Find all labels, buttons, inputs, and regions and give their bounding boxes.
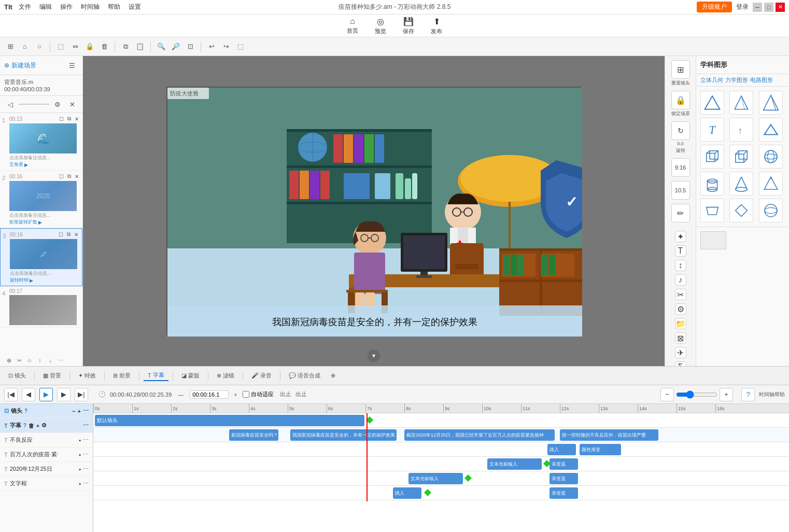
home-button[interactable]: ⌂ 首页 [347, 17, 358, 35]
tl-lens-icon[interactable]: ⊡ [4, 408, 9, 414]
clip-dec-text[interactable]: 文本光标输入 [408, 473, 463, 484]
save-button[interactable]: 💾 保存 [403, 17, 414, 35]
minimize-button[interactable]: ─ [753, 3, 762, 12]
shape-cone[interactable] [729, 172, 753, 195]
shape-sphere[interactable] [759, 145, 783, 169]
shape-flat-pyramid[interactable] [759, 118, 783, 142]
menu-timeline[interactable]: 时间轴 [81, 3, 100, 11]
close-button[interactable]: ✕ [776, 3, 785, 12]
clip-textbox-change[interactable]: 亲变遥 [550, 487, 578, 499]
edit-tool[interactable]: ✏ [671, 204, 690, 222]
tool-flip-h[interactable]: ⇔ [69, 40, 81, 53]
side-icon-5[interactable]: ✂ [675, 289, 686, 300]
shapes-cat-solid[interactable]: 立体几何 [700, 76, 723, 84]
track-million-more[interactable]: ⋯ [83, 451, 89, 458]
side-icon-8[interactable]: ⊠ [675, 332, 686, 344]
tl-tab-tts[interactable]: 💬 语音合成 [285, 371, 325, 381]
preview-button[interactable]: ◎ 预览 [375, 17, 386, 35]
scene-2-del[interactable]: ✕ [73, 173, 80, 180]
tl-tab-record[interactable]: 🎤 录音 [247, 371, 276, 381]
shape-letter-t[interactable]: T [700, 118, 724, 142]
side-icon-4[interactable]: ♪ [675, 274, 686, 286]
tl-help-btn[interactable]: ? [741, 388, 755, 401]
side-icon-10[interactable]: Σ [675, 361, 686, 366]
track-million-dot[interactable]: • [79, 452, 81, 458]
tl-tab-bg[interactable]: ▦ 背景 [39, 371, 65, 381]
tl-tab-mask[interactable]: ◪ 蒙版 [177, 371, 204, 381]
menu-edit[interactable]: 编辑 [39, 3, 52, 11]
tl-prev-frame[interactable]: |◀ [4, 388, 18, 401]
scene-1-check[interactable]: ☐ [58, 115, 65, 122]
play-icon-1[interactable]: ▶ [24, 162, 28, 167]
track-dec-more[interactable]: ⋯ [83, 466, 89, 472]
scene-item-1[interactable]: 1 00:13 ☐ ⧉ ✕ 🌊 点击添加备注信息... [0, 113, 82, 171]
tool-circle[interactable]: ○ [33, 40, 46, 53]
tool-paste[interactable]: 📋 [134, 40, 146, 53]
track-reaction-dot[interactable]: • [79, 437, 81, 443]
shape-cube[interactable] [729, 145, 753, 169]
tl-subtitle-icon[interactable]: T [4, 423, 8, 429]
tl-tab-subtitle[interactable]: T 字幕 [144, 370, 168, 381]
tl-lens-help[interactable]: ? [24, 408, 27, 414]
tool-redo[interactable]: ↪ [220, 40, 232, 53]
scene-up-btn[interactable]: ↑ [35, 356, 45, 365]
tl-zoom-slider[interactable] [676, 390, 717, 399]
clip-lens-default[interactable]: 默认镜头 [95, 415, 364, 426]
play-icon-2[interactable]: ▶ [38, 220, 42, 225]
clip-sub-safe-a[interactable]: 我国新冠病毒疫苗是安全的，并有一定的保护效果 [290, 429, 397, 441]
shape-pyramid-right[interactable] [729, 91, 753, 115]
tl-step-back[interactable]: ◀ [22, 388, 35, 401]
tl-subtitle-del[interactable]: 🗑 [29, 423, 34, 429]
tl-tab-lens[interactable]: ⊡ 镜头 [4, 371, 30, 381]
clip-million-text[interactable]: 文本光标输入 [487, 458, 542, 470]
tl-next-frame[interactable]: ▶| [75, 388, 88, 401]
tl-subtitle-help[interactable]: ? [23, 423, 26, 428]
scene-1-copy[interactable]: ⧉ [65, 115, 73, 122]
lock-scene-tool[interactable]: 🔒 锁定场景 [671, 91, 690, 117]
tl-playhead-input[interactable] [190, 390, 229, 399]
clip-reaction-color[interactable]: 颜色渐变 [580, 444, 621, 455]
shapes-cat-circuit[interactable]: 电路图形 [750, 76, 773, 84]
maximize-button[interactable]: □ [764, 3, 773, 12]
side-icon-1[interactable]: ✦ [675, 231, 686, 242]
shape-prism[interactable] [759, 172, 783, 195]
scene-2-copy[interactable]: ⧉ [65, 173, 73, 180]
tl-subtitle-settings[interactable]: ⚙ [41, 422, 47, 429]
track-dec-dot[interactable]: • [79, 466, 81, 472]
tool-delete[interactable]: 🗑 [98, 40, 110, 53]
scene-star-btn[interactable]: ☆ [25, 356, 34, 365]
audio-settings[interactable]: ⚙ [51, 98, 64, 110]
menu-file[interactable]: 文件 [19, 3, 31, 11]
expand-timeline-btn[interactable]: ▾ [368, 349, 380, 362]
login-button[interactable]: 登录 [736, 3, 749, 11]
shape-arrow-down[interactable]: ↑ [729, 118, 753, 142]
play-icon-3[interactable]: ▶ [30, 278, 33, 283]
tl-tab-foreground[interactable]: ⊞ 前景 [109, 371, 135, 381]
menu-help[interactable]: 帮助 [108, 3, 120, 11]
reset-camera-tool[interactable]: ⊞ 重置镜头 [671, 60, 690, 87]
tool-home[interactable]: ⌂ [19, 40, 31, 53]
tl-zoom-out-btn[interactable]: − [660, 388, 674, 401]
side-icon-6[interactable]: ⚙ [675, 303, 686, 315]
scene-add-btn[interactable]: ⊕ [4, 356, 13, 365]
tool-lock[interactable]: 🔒 [83, 40, 96, 53]
clip-million-change[interactable]: 亲变遥 [550, 458, 578, 470]
tl-play-btn[interactable]: ▶ [39, 388, 53, 401]
shape-sphere2[interactable] [759, 199, 783, 222]
rotate-tool[interactable]: ↻ 0.0 旋转 [671, 121, 690, 154]
tool-undo[interactable]: ↩ [205, 40, 218, 53]
tl-auto-adapt-check[interactable] [243, 391, 249, 398]
scene-down-btn[interactable]: ↓ [46, 356, 55, 365]
scene-2-check[interactable]: ☐ [58, 173, 65, 180]
menu-operate[interactable]: 操作 [60, 3, 73, 11]
clip-sub-dec25[interactable]: 截至2020年12月25日，我国已经开展了近百万人次的疫苗紧急接种 [404, 429, 555, 441]
clip-dec-change[interactable]: 亲变遥 [550, 473, 578, 484]
shape-triangle[interactable] [700, 91, 724, 115]
clip-sub-safe-q[interactable]: 新冠病毒疫苗安全吗？ [229, 429, 278, 441]
speed-tool[interactable]: 10.5 [671, 181, 690, 200]
clip-textbox-enter[interactable]: 跳入 [393, 487, 421, 499]
audio-minus[interactable]: ◁ [4, 98, 17, 110]
tl-lens-more[interactable]: ⋯ [83, 408, 89, 414]
shape-diamond[interactable] [729, 199, 753, 222]
audio-delete[interactable]: ✕ [66, 98, 78, 110]
